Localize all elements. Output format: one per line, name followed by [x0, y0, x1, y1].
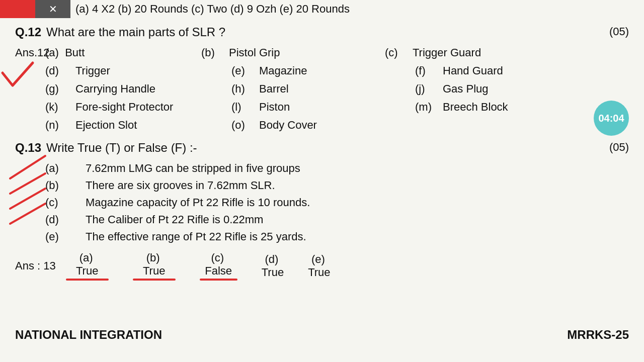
- q13-marks: (05): [609, 141, 629, 155]
- ans-barrel: Barrel: [259, 82, 415, 96]
- sep1b: (c): [385, 46, 413, 59]
- ans13-d-label: (d): [265, 253, 278, 266]
- q13-e-text: The effective range of Pt 22 Rifle is 25…: [86, 230, 629, 243]
- q12-marks: (05): [609, 25, 629, 39]
- ans-a-text: Butt: [65, 46, 85, 59]
- ans-row-2: (d) Trigger (e) Magazine (f) Hand Guard: [45, 64, 629, 77]
- q13-d-text: The Caliber of Pt 22 Rifle is 0.22mm: [86, 213, 629, 226]
- close-icon: ✕: [49, 3, 57, 15]
- ans13-b-label: (b): [146, 251, 160, 264]
- q13-c-text: Magazine capacity of Pt 22 Rifle is 10 r…: [86, 196, 629, 209]
- q13-item-c: (c) Magazine capacity of Pt 22 Rifle is …: [45, 196, 629, 209]
- q13-c-id: (c): [45, 196, 86, 209]
- ans-pistol-grip: Pistol Grip: [229, 46, 385, 59]
- ans-foresight: Fore-sight Protector: [75, 101, 231, 114]
- ans13-e: (e) True: [308, 253, 330, 279]
- question-13: Q.13Write True (T) or False (F) :- (05): [15, 141, 629, 155]
- ans13-a-label: (a): [79, 251, 93, 264]
- answer-12: Ans.12 (a) Butt (b) Pistol Grip (c) Trig…: [15, 46, 629, 132]
- q13-item-b: (b) There are six grooves in 7.62mm SLR.: [45, 179, 629, 192]
- sep2b: (f): [415, 64, 443, 77]
- sep4: (l): [231, 101, 259, 114]
- ans-trigger-guard: Trigger Guard: [413, 46, 629, 59]
- ans-piston: Piston: [259, 101, 415, 114]
- q12-text: Q.12What are the main parts of SLR ?: [15, 25, 225, 39]
- ans-gas-plug: Gas Plug: [443, 82, 629, 96]
- sep2: (e): [231, 64, 259, 77]
- ans-d-id: (d): [45, 64, 75, 77]
- q13-item-e: (e) The effective range of Pt 22 Rifle i…: [45, 230, 629, 243]
- ans-body-cover: Body Cover: [259, 119, 415, 132]
- ans13-a-value: True: [76, 264, 98, 278]
- footer-right: MRRKS-25: [567, 328, 629, 342]
- q13-e-id: (e): [45, 230, 86, 243]
- ans-butt: (a) Butt: [45, 46, 201, 59]
- close-button[interactable]: ✕: [35, 0, 70, 18]
- ans-carrying-handle: Carrying Handle: [75, 82, 231, 96]
- underline-b: [133, 279, 176, 281]
- main-content: Q.12What are the main parts of SLR ? (05…: [0, 25, 644, 281]
- ans-a-id: (a): [45, 46, 59, 59]
- underline-c: [200, 279, 237, 281]
- ans-row-4: (k) Fore-sight Protector (l) Piston (m) …: [45, 101, 629, 114]
- q13-header: Q.13Write True (T) or False (F) :-: [15, 141, 197, 155]
- ans-row-3: (g) Carrying Handle (h) Barrel (j) Gas P…: [45, 82, 629, 96]
- ans-k-id: (k): [45, 101, 75, 114]
- footer: NATIONAL INTEGRATION MRRKS-25: [15, 328, 629, 342]
- ans13-d-value: True: [262, 266, 284, 279]
- ans-n-id: (n): [45, 119, 75, 132]
- sep5: (o): [231, 119, 259, 132]
- ans13-b-value: True: [143, 264, 165, 278]
- red-button[interactable]: [0, 0, 35, 18]
- question-13-block: Q.13Write True (T) or False (F) :- (05) …: [15, 141, 629, 281]
- ans13-a: (a) True: [66, 251, 109, 281]
- q13-label: Q.13: [15, 141, 41, 154]
- ans-row-1: Ans.12 (a) Butt (b) Pistol Grip (c) Trig…: [15, 46, 629, 59]
- ans-trigger: Trigger: [75, 64, 231, 77]
- ans13-e-label: (e): [311, 253, 325, 266]
- ans-ejection-slot: Ejection Slot: [75, 119, 231, 132]
- top-text: (a) 4 X2 (b) 20 Rounds (c) Two (d) 9 Ozh…: [75, 3, 350, 16]
- ans13-label: Ans : 13: [15, 259, 56, 273]
- q13-body: Write True (T) or False (F) :-: [46, 141, 197, 154]
- ans13-e-value: True: [308, 266, 330, 279]
- underline-a: [66, 279, 109, 281]
- ans13-c-value: False: [205, 264, 232, 278]
- q13-a-text: 7.62mm LMG can be stripped in five group…: [86, 162, 629, 175]
- ans13-c-label: (c): [211, 251, 224, 264]
- timer-circle: 04:04: [594, 101, 629, 136]
- sep1: (b): [201, 46, 229, 59]
- q12-body: What are the main parts of SLR ?: [46, 25, 225, 39]
- ans-row-5: (n) Ejection Slot (o) Body Cover: [45, 119, 629, 132]
- question-12: Q.12What are the main parts of SLR ? (05…: [15, 25, 629, 39]
- sep3: (h): [231, 82, 259, 96]
- sep4b: (m): [415, 101, 443, 114]
- ans-hand-guard: Hand Guard: [443, 64, 629, 77]
- sep3b: (j): [415, 82, 443, 96]
- ans13-b: (b) True: [133, 251, 176, 281]
- footer-left: NATIONAL INTEGRATION: [15, 328, 162, 342]
- q13-b-text: There are six grooves in 7.62mm SLR.: [86, 179, 629, 192]
- q13-item-a: (a) 7.62mm LMG can be stripped in five g…: [45, 162, 629, 175]
- ans-g-id: (g): [45, 82, 75, 96]
- q13-d-id: (d): [45, 213, 86, 226]
- ans-magazine: Magazine: [259, 64, 415, 77]
- q12-label: Q.12: [15, 25, 41, 39]
- q13-item-d: (d) The Caliber of Pt 22 Rifle is 0.22mm: [45, 213, 629, 226]
- top-bar: ✕ (a) 4 X2 (b) 20 Rounds (c) Two (d) 9 O…: [0, 0, 350, 18]
- ans13-c: (c) False: [200, 251, 237, 281]
- ans12-label: Ans.12: [15, 46, 45, 59]
- timer-value: 04:04: [598, 113, 624, 124]
- ans13-row: Ans : 13 (a) True (b) True (c) False (d)…: [15, 251, 629, 281]
- ans13-d: (d) True: [262, 253, 284, 279]
- q13-b-id: (b): [45, 179, 86, 192]
- q13-a-id: (a): [45, 162, 86, 175]
